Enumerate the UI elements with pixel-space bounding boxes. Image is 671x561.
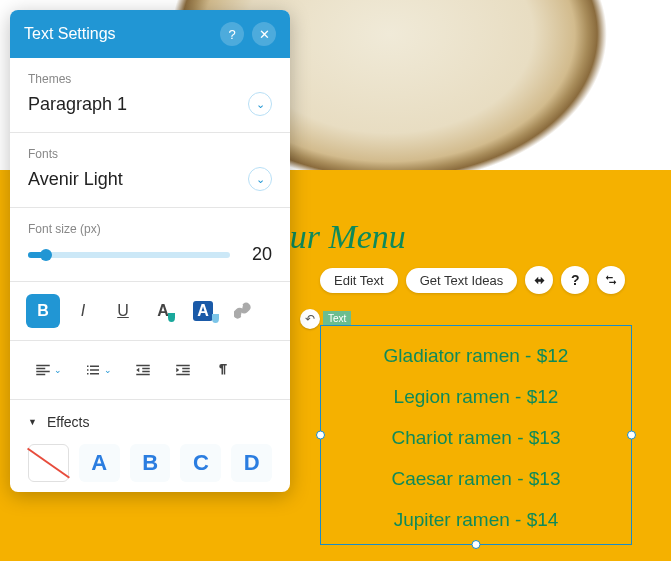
text-edit-toolbar: Edit Text Get Text Ideas ?	[320, 266, 625, 294]
resize-handle-bottom[interactable]	[472, 540, 481, 549]
list-button[interactable]: ⌄	[76, 353, 120, 387]
undo-icon[interactable]: ↶	[300, 309, 320, 329]
fonts-value: Avenir Light	[28, 169, 123, 190]
highlight-color-button[interactable]: A	[186, 294, 220, 328]
outdent-button[interactable]	[126, 353, 160, 387]
menu-item[interactable]: Gladiator ramen - $12	[321, 345, 631, 367]
link-button[interactable]	[226, 294, 260, 328]
menu-item[interactable]: Legion ramen - $12	[321, 386, 631, 408]
fontsize-section: Font size (px) 20	[10, 208, 290, 282]
effects-label: Effects	[47, 414, 90, 430]
chevron-down-icon: ⌄	[248, 167, 272, 191]
panel-title: Text Settings	[24, 25, 116, 43]
themes-value: Paragraph 1	[28, 94, 127, 115]
menu-item[interactable]: Jupiter ramen - $14	[321, 509, 631, 531]
themes-section: Themes Paragraph 1 ⌄	[10, 58, 290, 133]
panel-header: Text Settings ? ✕	[10, 10, 290, 58]
fontsize-value[interactable]: 20	[244, 244, 272, 265]
align-button[interactable]: ⌄	[26, 353, 70, 387]
settings-swap-icon[interactable]	[597, 266, 625, 294]
panel-help-icon[interactable]: ?	[220, 22, 244, 46]
indent-button[interactable]	[166, 353, 200, 387]
chevron-down-icon: ⌄	[248, 92, 272, 116]
effect-a[interactable]: A	[79, 444, 120, 482]
selected-text-element[interactable]: Gladiator ramen - $12 Legion ramen - $12…	[320, 325, 632, 545]
element-type-tag: Text	[323, 311, 351, 326]
menu-item[interactable]: Caesar ramen - $13	[321, 468, 631, 490]
text-settings-panel: Text Settings ? ✕ Themes Paragraph 1 ⌄ F…	[10, 10, 290, 492]
fonts-label: Fonts	[28, 147, 272, 161]
resize-handle-right[interactable]	[627, 431, 636, 440]
effects-toggle[interactable]: ▼ Effects	[10, 400, 290, 444]
format-row-2: ⌄ ⌄	[10, 341, 290, 400]
bold-button[interactable]: B	[26, 294, 60, 328]
text-color-button[interactable]: A	[146, 294, 180, 328]
resize-handle-left[interactable]	[316, 431, 325, 440]
effect-d[interactable]: D	[231, 444, 272, 482]
fonts-section: Fonts Avenir Light ⌄	[10, 133, 290, 208]
effect-none[interactable]	[28, 444, 69, 482]
effect-b[interactable]: B	[130, 444, 171, 482]
get-text-ideas-button[interactable]: Get Text Ideas	[406, 268, 518, 293]
format-row-1: B I U A A	[10, 282, 290, 341]
effects-swatches: A B C D	[10, 444, 290, 492]
panel-close-icon[interactable]: ✕	[252, 22, 276, 46]
text-direction-button[interactable]	[206, 353, 240, 387]
italic-button[interactable]: I	[66, 294, 100, 328]
help-icon[interactable]: ?	[561, 266, 589, 294]
underline-button[interactable]: U	[106, 294, 140, 328]
fontsize-label: Font size (px)	[28, 222, 272, 236]
fonts-dropdown[interactable]: Avenir Light ⌄	[28, 167, 272, 191]
menu-item[interactable]: Chariot ramen - $13	[321, 427, 631, 449]
edit-text-button[interactable]: Edit Text	[320, 268, 398, 293]
animation-icon[interactable]	[525, 266, 553, 294]
effect-c[interactable]: C	[180, 444, 221, 482]
themes-label: Themes	[28, 72, 272, 86]
fontsize-slider[interactable]	[28, 252, 230, 258]
caret-down-icon: ▼	[28, 417, 37, 427]
themes-dropdown[interactable]: Paragraph 1 ⌄	[28, 92, 272, 116]
slider-thumb[interactable]	[40, 249, 52, 261]
